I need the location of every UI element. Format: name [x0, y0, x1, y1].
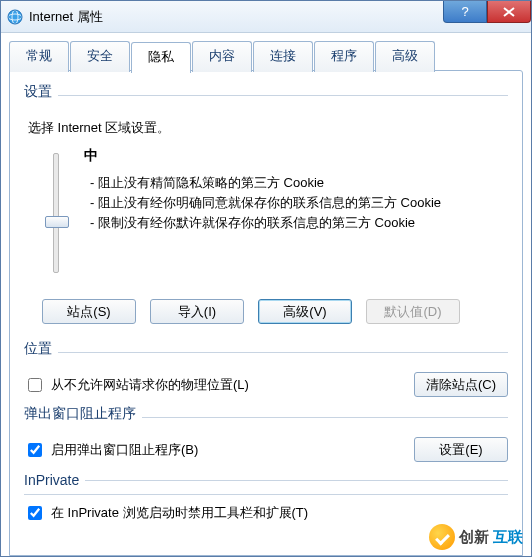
titlebar: Internet 属性 ? [1, 1, 531, 33]
inprivate-disable-toolbars-label[interactable]: 在 InPrivate 浏览启动时禁用工具栏和扩展(T) [24, 503, 508, 523]
settings-button-row: 站点(S) 导入(I) 高级(V) 默认值(D) [42, 299, 508, 324]
tab-privacy[interactable]: 隐私 [131, 42, 191, 73]
window-buttons: ? [443, 1, 531, 23]
advanced-button[interactable]: 高级(V) [258, 299, 352, 324]
tab-programs[interactable]: 程序 [314, 41, 374, 72]
tab-connections[interactable]: 连接 [253, 41, 313, 72]
location-heading: 位置 [24, 340, 52, 358]
tab-strip: 常规 安全 隐私 内容 连接 程序 高级 [9, 41, 523, 72]
watermark-check-icon [429, 524, 455, 550]
privacy-bullets: - 阻止没有精简隐私策略的第三方 Cookie - 阻止没有经你明确同意就保存你… [90, 173, 508, 233]
privacy-level-label: 中 [84, 147, 508, 165]
inprivate-disable-toolbars-checkbox[interactable] [28, 506, 42, 520]
tab-panel-privacy: 设置 选择 Internet 区域设置。 中 - 阻止没有精简隐私策略的第三方 … [9, 70, 523, 556]
never-allow-location-label[interactable]: 从不允许网站请求你的物理位置(L) [24, 375, 249, 395]
inprivate-heading: InPrivate [24, 472, 79, 488]
bullet-item: - 阻止没有精简隐私策略的第三方 Cookie [90, 173, 508, 193]
help-button[interactable]: ? [443, 1, 487, 23]
tab-general[interactable]: 常规 [9, 41, 69, 72]
enable-popup-blocker-text: 启用弹出窗口阻止程序(B) [51, 441, 198, 459]
client-area: 常规 安全 隐私 内容 连接 程序 高级 设置 选择 Internet 区域设置… [9, 41, 523, 556]
popup-row: 启用弹出窗口阻止程序(B) 设置(E) [24, 437, 508, 462]
zone-select-label: 选择 Internet 区域设置。 [28, 119, 508, 137]
popup-section-head: 弹出窗口阻止程序 [24, 405, 508, 429]
default-button: 默认值(D) [366, 299, 460, 324]
inprivate-underline [24, 494, 508, 495]
location-row: 从不允许网站请求你的物理位置(L) 清除站点(C) [24, 372, 508, 397]
tab-content[interactable]: 内容 [192, 41, 252, 72]
tab-advanced[interactable]: 高级 [375, 41, 435, 72]
settings-heading: 设置 [24, 83, 52, 101]
privacy-level-description: 中 - 阻止没有精简隐私策略的第三方 Cookie - 阻止没有经你明确同意就保… [90, 147, 508, 233]
inprivate-disable-toolbars-text: 在 InPrivate 浏览启动时禁用工具栏和扩展(T) [51, 504, 308, 522]
inprivate-section-head: InPrivate [24, 472, 508, 488]
popup-heading: 弹出窗口阻止程序 [24, 405, 136, 423]
divider [85, 480, 508, 481]
window-title: Internet 属性 [29, 8, 103, 26]
dialog-window: Internet 属性 ? 常规 安全 隐私 内容 连接 程序 高级 设置 选择… [0, 0, 532, 557]
enable-popup-blocker-checkbox[interactable] [28, 443, 42, 457]
location-section-head: 位置 [24, 340, 508, 364]
watermark-text-2: 互联 [493, 528, 523, 547]
tab-security[interactable]: 安全 [70, 41, 130, 72]
settings-section-head: 设置 [24, 83, 508, 107]
watermark: 创新互联 [429, 524, 523, 550]
clear-sites-button[interactable]: 清除站点(C) [414, 372, 508, 397]
privacy-slider-area: 中 - 阻止没有精简隐私策略的第三方 Cookie - 阻止没有经你明确同意就保… [44, 147, 508, 273]
import-button[interactable]: 导入(I) [150, 299, 244, 324]
bullet-item: - 阻止没有经你明确同意就保存你的联系信息的第三方 Cookie [90, 193, 508, 213]
popup-settings-button[interactable]: 设置(E) [414, 437, 508, 462]
slider-track [53, 153, 59, 273]
enable-popup-blocker-label[interactable]: 启用弹出窗口阻止程序(B) [24, 440, 198, 460]
close-button[interactable] [487, 1, 531, 23]
internet-globe-icon [7, 9, 23, 25]
watermark-text-1: 创新 [459, 528, 489, 547]
divider [58, 352, 508, 353]
sites-button[interactable]: 站点(S) [42, 299, 136, 324]
slider-thumb[interactable] [45, 216, 69, 228]
divider [142, 417, 508, 418]
never-allow-location-checkbox[interactable] [28, 378, 42, 392]
bullet-item: - 限制没有经你默许就保存你的联系信息的第三方 Cookie [90, 213, 508, 233]
never-allow-location-text: 从不允许网站请求你的物理位置(L) [51, 376, 249, 394]
privacy-level-slider[interactable] [44, 147, 68, 273]
divider [58, 95, 508, 96]
